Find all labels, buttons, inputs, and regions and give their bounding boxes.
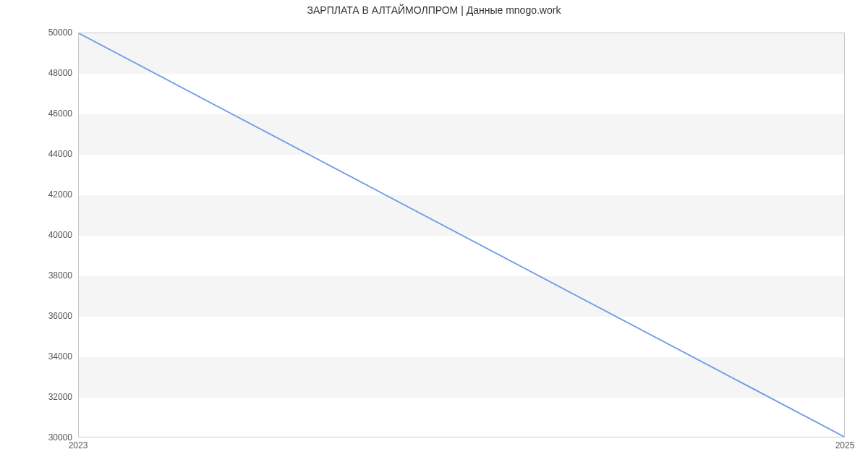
y-tick-label: 40000	[0, 230, 72, 240]
x-tick-label: 2025	[835, 440, 855, 450]
chart-container: ЗАРПЛАТА В АЛТАЙМОЛПРОМ | Данные mnogo.w…	[0, 0, 868, 470]
y-tick-label: 36000	[0, 311, 72, 321]
y-tick-label: 30000	[0, 432, 72, 443]
y-tick-label: 38000	[0, 270, 72, 281]
y-tick-label: 42000	[0, 189, 72, 200]
y-tick-label: 34000	[0, 351, 72, 362]
y-tick-label: 48000	[0, 68, 72, 78]
y-tick-label: 50000	[0, 27, 72, 38]
y-tick-label: 32000	[0, 392, 72, 402]
y-tick-label: 46000	[0, 108, 72, 119]
x-tick-label: 2023	[69, 440, 88, 450]
y-tick-label: 44000	[0, 149, 72, 159]
y-axis-labels: 3000032000340003600038000400004200044000…	[0, 0, 868, 470]
